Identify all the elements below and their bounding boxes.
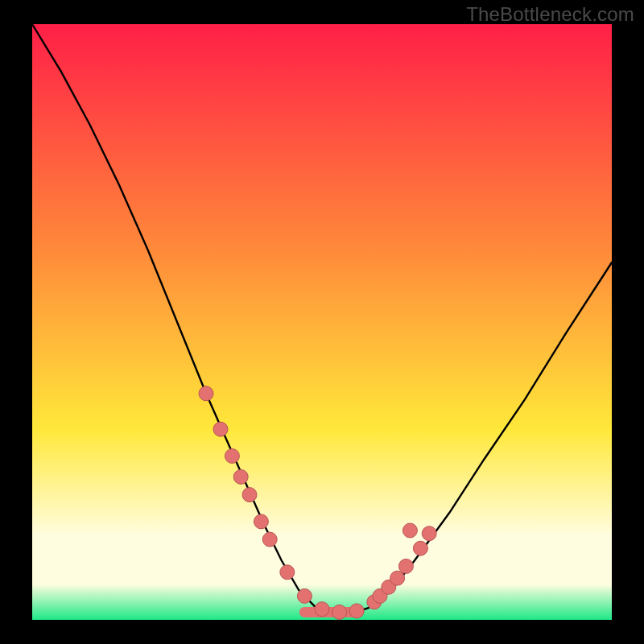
marker-point xyxy=(349,604,364,618)
chart-frame: TheBottleneck.com xyxy=(0,0,644,644)
marker-point xyxy=(213,422,228,436)
marker-point xyxy=(199,386,213,401)
marker-point xyxy=(398,559,413,573)
marker-point xyxy=(225,449,239,464)
marker-point xyxy=(297,588,312,603)
bottleneck-chart xyxy=(0,0,644,644)
watermark-text: TheBottleneck.com xyxy=(466,3,634,26)
marker-point xyxy=(242,488,257,502)
marker-point xyxy=(280,565,295,580)
marker-point xyxy=(422,526,436,541)
marker-point xyxy=(402,523,417,538)
marker-point xyxy=(413,541,427,555)
marker-point xyxy=(254,514,268,529)
marker-point xyxy=(332,605,347,619)
marker-point xyxy=(262,532,277,547)
marker-point xyxy=(233,469,248,484)
marker-point xyxy=(390,571,405,585)
plot-background xyxy=(32,24,612,620)
marker-point xyxy=(315,602,329,617)
